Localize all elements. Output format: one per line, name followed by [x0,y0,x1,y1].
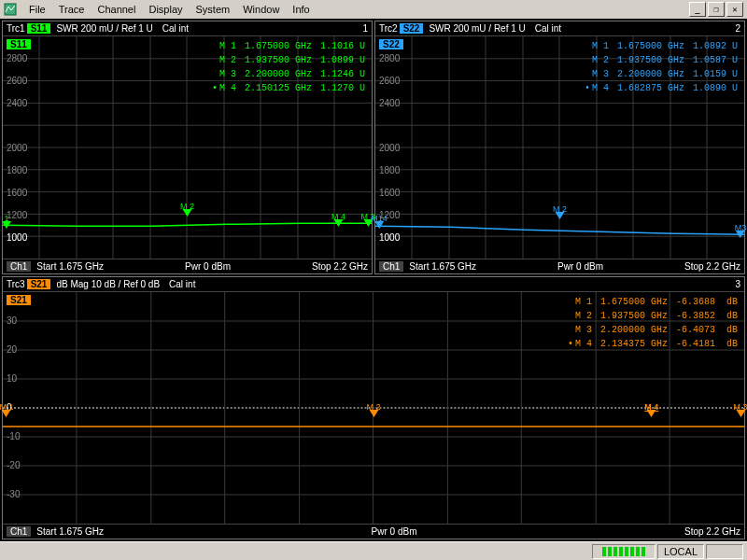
ytick: 2800 [7,53,27,63]
param-label-in: S11 [7,39,31,49]
ytick: -10 [7,431,20,441]
ytick: 2000 [7,143,27,153]
ytick: 2800 [379,53,400,63]
marker-flag-m2[interactable]: M 2 [180,202,194,217]
marker-flag-m1[interactable]: M 1 [0,402,13,417]
trace-meta: SWR 200 mU / Ref 1 U [56,23,152,34]
start-freq[interactable]: Start 1.675 GHz [409,261,476,272]
menu-trace[interactable]: Trace [52,2,92,17]
ytick: 20 [7,344,17,355]
ytick: -20 [7,460,20,470]
panel-trc3[interactable]: Trc3 S21 dB Mag 10 dB / Ref 0 dB Cal int… [2,276,745,539]
menu-display[interactable]: Display [142,2,189,17]
marker-flag-m4[interactable]: M 4 [331,212,345,227]
panel-header-trc3: Trc3 S21 dB Mag 10 dB / Ref 0 dB Cal int… [3,277,744,292]
plot-area-trc2[interactable]: S22 2800 2600 2400 2000 1800 1600 1200 1… [375,36,744,259]
marker-readout-trc1: M 11.675000 GHz1.1016 U M 21.937500 GHz1… [204,38,368,96]
marker-flag-m3[interactable]: M3 [735,223,747,238]
panel-index: 2 [735,23,740,34]
menu-window[interactable]: Window [236,2,286,17]
menu-channel[interactable]: Channel [91,2,142,17]
panel-header-trc2: Trc2 S22 SWR 200 mU / Ref 1 U Cal int 2 [375,21,744,36]
trace-label: Trc1 [7,23,25,34]
panel-footer-trc2: Ch1 Start 1.675 GHz Pwr 0 dBm Stop 2.2 G… [375,259,744,273]
param-tag-s11[interactable]: S11 [27,23,51,34]
marker-readout-trc2: M 11.675000 GHz1.0892 U M 21.937500 GHz1… [577,38,740,96]
status-led-strip [592,544,655,559]
cal-status: Cal int [535,23,561,34]
param-label-in: S21 [7,295,31,305]
menu-system[interactable]: System [190,2,237,17]
trace-meta: dB Mag 10 dB / Ref 0 dB [56,279,160,289]
maximize-button[interactable]: ❐ [708,2,725,17]
trace-label: Trc2 [379,23,398,34]
cal-status: Cal int [169,279,195,289]
power[interactable]: Pwr 0 dBm [185,261,231,272]
ytick: 2600 [7,76,27,86]
application-window: File Trace Channel Display System Window… [0,0,747,560]
status-empty [706,544,743,559]
statusbar: LOCAL [0,541,747,560]
trace-label: Trc3 [7,279,25,289]
power[interactable]: Pwr 0 dBm [372,526,417,537]
ytick: 2400 [379,98,400,108]
app-icon [4,3,17,16]
close-button[interactable]: ✕ [726,2,743,17]
status-local[interactable]: LOCAL [657,544,704,559]
minimize-button[interactable]: _ [689,2,706,17]
channel-badge[interactable]: Ch1 [7,526,31,537]
channel-badge[interactable]: Ch1 [7,261,31,272]
panel-footer-trc1: Ch1 Start 1.675 GHz Pwr 0 dBm Stop 2.2 G… [3,259,372,273]
marker-readout-trc3: M 11.675000 GHz-6.3688 dB M 21.937500 GH… [560,294,740,352]
trace-meta: SWR 200 mU / Ref 1 U [429,23,525,34]
plot-area-trc3[interactable]: S21 30 20 10 0 -10 -20 -30 M 11.675000 G… [3,292,744,524]
ytick: 30 [7,315,17,326]
panel-header-trc1: Trc1 S11 SWR 200 mU / Ref 1 U Cal int 1 [3,21,372,36]
ytick: 2400 [7,98,27,108]
menu-file[interactable]: File [22,2,52,17]
marker-flag-m1[interactable]: 1 [2,214,11,229]
menubar: File Trace Channel Display System Window… [0,0,747,19]
ytick: 2600 [379,76,400,86]
channel-badge[interactable]: Ch1 [379,261,403,272]
marker-flag-m3[interactable]: M 3 [734,402,747,417]
panel-trc1[interactable]: Trc1 S11 SWR 200 mU / Ref 1 U Cal int 1 [2,21,373,274]
panel-index: 1 [362,23,368,34]
ytick: 1600 [379,188,400,198]
marker-flag-m1[interactable]: M14 [371,214,388,229]
ytick-ref: 1000 [379,232,400,243]
ytick: 1800 [7,165,27,175]
panel-index: 3 [735,279,740,289]
panel-footer-trc3: Ch1 Start 1.675 GHz Pwr 0 dBm Stop 2.2 G… [3,524,744,539]
marker-flag-m2[interactable]: M 2 [366,402,380,417]
start-freq[interactable]: Start 1.675 GHz [36,261,104,272]
param-tag-s21[interactable]: S21 [27,279,51,289]
marker-flag-m4[interactable]: M 4 [644,402,658,417]
ytick: 1600 [7,188,27,198]
param-tag-s22[interactable]: S22 [400,23,424,34]
ytick: 2000 [379,143,400,153]
start-freq[interactable]: Start 1.675 GHz [36,526,104,537]
marker-flag-m2[interactable]: M 2 [553,204,567,219]
param-label-in: S22 [379,39,403,49]
plot-area-trc1[interactable]: S11 2800 2600 2400 2000 1800 1600 1200 1… [3,36,372,259]
ytick: 1800 [379,165,400,175]
power[interactable]: Pwr 0 dBm [557,261,603,272]
stop-freq[interactable]: Stop 2.2 GHz [312,261,368,272]
ytick: -30 [7,489,20,499]
content-area: Trc1 S11 SWR 200 mU / Ref 1 U Cal int 1 [0,19,747,541]
ytick: 10 [7,373,17,384]
menu-info[interactable]: Info [286,2,316,17]
cal-status: Cal int [162,23,189,34]
panel-trc2[interactable]: Trc2 S22 SWR 200 mU / Ref 1 U Cal int 2 [374,21,745,274]
ytick-ref: 1000 [7,232,27,243]
stop-freq[interactable]: Stop 2.2 GHz [684,526,740,537]
stop-freq[interactable]: Stop 2.2 GHz [684,261,740,272]
